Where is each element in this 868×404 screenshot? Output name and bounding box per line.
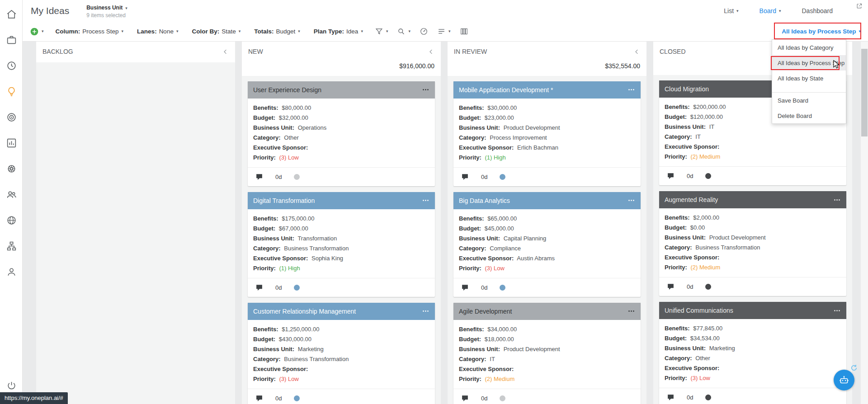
board-selector-button[interactable]: All Ideas by Process Step ▾: [782, 28, 861, 35]
comment-icon[interactable]: [667, 394, 675, 401]
toolbar-filter-plantype[interactable]: Plan Type:Idea▾: [314, 28, 363, 35]
comment-icon[interactable]: [255, 173, 263, 181]
card-footer: 0d: [659, 388, 846, 404]
column-header: NEW: [242, 42, 441, 59]
card-header: Mobile Application Development *: [453, 81, 641, 99]
filter-value: Process Step: [82, 28, 118, 35]
collapse-icon[interactable]: [222, 48, 229, 55]
card-field-business_unit: Business Unit: Transformation: [253, 234, 429, 244]
comment-icon[interactable]: [461, 395, 469, 402]
more-icon[interactable]: [422, 86, 429, 94]
menu-item[interactable]: All Ideas by Category: [772, 40, 846, 55]
sidebar-item-portfolio[interactable]: [0, 29, 23, 50]
menu-action[interactable]: Delete Board: [772, 108, 846, 123]
more-icon[interactable]: [627, 197, 635, 204]
card[interactable]: Big Data AnalyticsBenefits: $65,000.00Bu…: [453, 192, 641, 297]
collapse-icon[interactable]: [633, 48, 640, 55]
card-days: 0d: [687, 173, 693, 179]
column-title: NEW: [248, 48, 263, 55]
selection-status: 9 items selected: [86, 12, 127, 19]
card[interactable]: Digital TransformationBenefits: $175,000…: [248, 192, 435, 297]
menu-item[interactable]: All Ideas by State: [772, 70, 846, 86]
sidebar: [0, 0, 23, 404]
menu-action[interactable]: Save Board: [772, 93, 846, 108]
columns-button[interactable]: [460, 27, 468, 36]
sidebar-item-person[interactable]: [0, 261, 23, 282]
view-tab-dashboard[interactable]: Dashboard: [802, 7, 833, 14]
sidebar-item-home[interactable]: [0, 4, 23, 24]
group-button[interactable]: ▾: [437, 27, 451, 36]
comment-icon[interactable]: [667, 283, 675, 291]
view-tab-board[interactable]: Board▾: [760, 7, 781, 14]
more-icon[interactable]: [422, 197, 429, 204]
comment-icon[interactable]: [255, 395, 263, 402]
chevron-down-icon: ▾: [42, 29, 44, 33]
more-icon[interactable]: [833, 196, 841, 204]
collapse-icon[interactable]: [428, 48, 434, 55]
card-body: Benefits: $30,000.00Budget: $23,000.00Bu…: [453, 99, 641, 167]
filter-button[interactable]: ▾: [375, 27, 388, 36]
toolbar-filter-lanes[interactable]: Lanes:None▾: [137, 28, 178, 35]
card[interactable]: Augmented RealityBenefits: $2,000.00Budg…: [659, 191, 846, 296]
more-icon[interactable]: [627, 307, 635, 315]
card-footer: 0d: [453, 167, 641, 186]
external-link-icon[interactable]: [856, 3, 863, 9]
business-unit-label: Business Unit: [86, 5, 123, 11]
sidebar-item-network[interactable]: [0, 210, 23, 230]
gauge-button[interactable]: [420, 27, 428, 36]
sidebar-item-chart[interactable]: [0, 132, 23, 153]
card-header: Digital Transformation: [248, 192, 435, 209]
board-columns: BACKLOGNEW$916,000.00User Experience Des…: [23, 42, 868, 404]
more-icon[interactable]: [627, 86, 635, 94]
card[interactable]: User Experience DesignBenefits: $80,000.…: [248, 81, 435, 186]
sidebar-item-goal[interactable]: [0, 107, 23, 127]
card-field-category: Category: Business Transformation: [253, 244, 429, 254]
more-icon[interactable]: [422, 307, 429, 315]
sidebar-item-helm[interactable]: [0, 158, 23, 179]
vertical-scrollbar[interactable]: [860, 42, 868, 404]
card-field-priority: Priority: (1) High: [459, 153, 635, 163]
card[interactable]: Unified CommunicationsBenefits: $77,845.…: [659, 302, 846, 404]
comment-icon[interactable]: [667, 172, 675, 180]
scrollbar-thumb[interactable]: [861, 49, 868, 136]
column-total: $916,000.00: [242, 59, 441, 76]
board-toolbar: ▾ Column:Process Step▾Lanes:None▾Color B…: [23, 22, 868, 42]
sidebar-item-history[interactable]: [0, 55, 23, 76]
business-unit-selector[interactable]: Business Unit▾ 9 items selected: [86, 3, 127, 19]
board-menu: All Ideas by CategoryAll Ideas by Proces…: [772, 39, 846, 124]
card-field-priority: Priority: (2) Medium: [665, 152, 841, 162]
card[interactable]: Mobile Application Development *Benefits…: [453, 81, 641, 186]
card-days: 0d: [275, 174, 282, 180]
status-bar: https://my.oneplan.ai/#: [0, 392, 68, 404]
view-tab-label: Board: [760, 7, 776, 14]
toolbar-filter-colorby[interactable]: Color By:State▾: [192, 28, 241, 35]
comment-icon[interactable]: [461, 284, 469, 291]
comment-icon[interactable]: [255, 284, 263, 291]
portfolio-icon: [6, 34, 17, 46]
card-field-priority: Priority: (3) Low: [459, 263, 635, 273]
menu-item[interactable]: All Ideas by Process Step: [772, 55, 846, 70]
filter-label: Lanes:: [137, 28, 157, 35]
view-tab-list[interactable]: List▾: [724, 7, 738, 14]
assistant-fab-button[interactable]: [834, 370, 854, 390]
search-button[interactable]: ▾: [397, 27, 410, 36]
add-idea-button[interactable]: ▾: [30, 27, 44, 36]
history-icon: [6, 60, 17, 71]
toolbar-filter-totals[interactable]: Totals:Budget▾: [254, 28, 300, 35]
sidebar-item-idea[interactable]: [0, 81, 23, 102]
board: BACKLOGNEW$916,000.00User Experience Des…: [23, 42, 868, 404]
more-icon[interactable]: [833, 307, 841, 315]
chevron-down-icon: ▾: [239, 29, 241, 33]
sidebar-item-org[interactable]: [0, 235, 23, 256]
sidebar-item-team[interactable]: [0, 184, 23, 205]
state-dot-icon: [500, 395, 505, 401]
comment-icon[interactable]: [461, 173, 469, 181]
card[interactable]: Customer Relationship ManagementBenefits…: [248, 303, 435, 404]
card-footer: 0d: [453, 389, 641, 404]
card-body: Benefits: $80,000.00Budget: $32,000.00Bu…: [248, 99, 435, 167]
card-field-benefits: Benefits: $34,000.00: [459, 324, 635, 334]
priority-value: (1) High: [279, 265, 300, 272]
chevron-down-icon: ▾: [176, 29, 179, 33]
card[interactable]: Agile DevelopmentBenefits: $34,000.00Bud…: [453, 303, 641, 404]
toolbar-filter-column[interactable]: Column:Process Step▾: [56, 28, 124, 35]
